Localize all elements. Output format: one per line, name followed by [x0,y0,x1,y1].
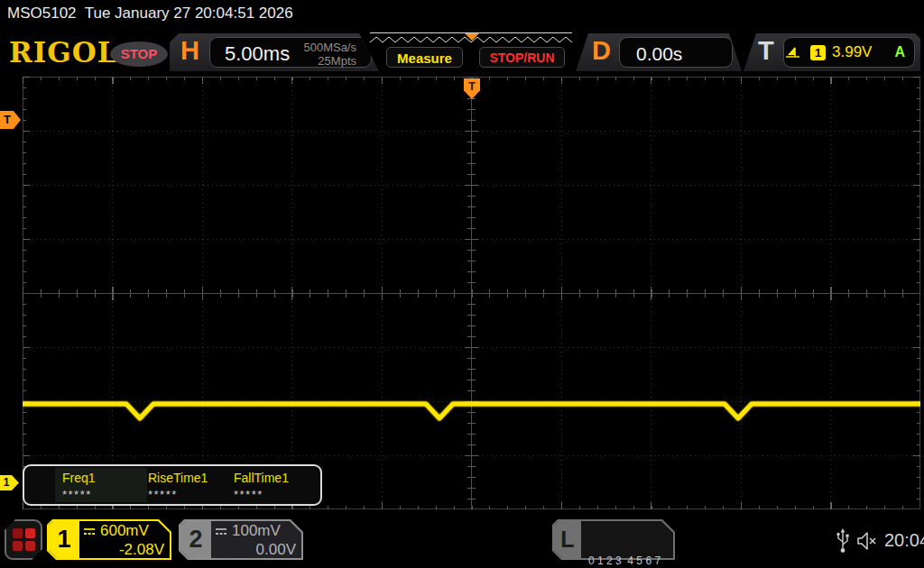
graticule[interactable] [23,77,920,509]
measurement-value: ***** [234,488,317,501]
horizontal-panel[interactable]: H 5.00ms 500MSa/s 25Mpts [170,33,379,71]
preview-trigger-marker-icon[interactable] [465,33,479,41]
channel2-scale: 100mV [232,522,281,540]
status-bar: MSO5102 Tue January 27 20:04:51 2026 [7,5,293,26]
channel2-button[interactable]: 2 100mV 0.00V [179,519,303,560]
measurement-label: FallTime1 [234,471,317,485]
falling-edge-trigger-icon [784,45,801,60]
dc-coupling-icon [215,527,227,536]
measurement-item[interactable]: Freq1 ***** [62,471,145,501]
measurement-label: Freq1 [62,471,145,485]
channel2-offset: 0.00V [215,541,296,559]
channel1-scale: 600mV [100,522,149,540]
logic-channel-list: 0 1 2 3 4 5 6 7 8 9 1011 12131415 [588,525,681,568]
channel1-waveform [23,77,920,509]
horizontal-label: H [180,36,199,66]
delay-value: 0.00s [636,43,682,65]
stop-run-button[interactable]: STOP/RUN [479,47,565,68]
logic-channels-button[interactable]: L 0 1 2 3 4 5 6 7 8 9 1011 12131415 [552,519,675,560]
speaker-muted-icon[interactable] [855,531,879,551]
channel1-position-marker[interactable]: 1 [0,475,19,490]
measurement-label: RiseTime1 [148,471,231,485]
logic-label: L [554,521,581,558]
channel1-offset: -2.08V [83,541,164,559]
measurement-popup[interactable]: Freq1 ***** RiseTime1 ***** FallTime1 **… [23,464,322,506]
delay-panel[interactable]: D 0.00s [576,33,742,71]
memory-depth: 25Mpts [303,54,356,68]
grid-menu-icon [13,528,35,551]
measurement-item[interactable]: FallTime1 ***** [234,471,317,501]
trigger-level-marker[interactable]: T [0,111,21,129]
dc-coupling-icon [83,527,96,536]
channel2-number: 2 [180,521,211,558]
trigger-source-badge: 1 [810,45,826,60]
timebase-value: 5.00ms [225,42,290,66]
clock: 20:04 [884,530,924,551]
run-state-badge: STOP [110,41,168,67]
measurement-item[interactable]: RiseTime1 ***** [148,471,231,501]
sample-rate: 500MSa/s [303,41,356,54]
delay-valuebox[interactable]: 0.00s [619,37,733,68]
usb-icon [836,528,850,554]
sample-rate-info: 500MSa/s 25Mpts [303,41,356,68]
datetime: Tue January 27 20:04:51 2026 [85,5,293,22]
measurement-value: ***** [148,488,231,501]
measure-button[interactable]: Measure [386,47,463,68]
measurement-value: ***** [62,488,145,501]
trigger-label: T [758,36,774,66]
model-name: MSO5102 [7,5,77,22]
delay-label: D [592,36,611,66]
trigger-level-value: 3.99V [832,43,872,61]
trigger-panel[interactable]: T 1 3.99V A [744,33,920,71]
logic-row1: 0 1 2 3 4 5 6 7 [588,554,681,568]
channel1-number: 1 [49,521,79,558]
channel1-button[interactable]: 1 600mV -2.08V [47,519,171,560]
rigol-logo: RIGOL [9,36,118,69]
oscilloscope-screen: MSO5102 Tue January 27 20:04:51 2026 RIG… [0,0,924,568]
horizontal-valuebox[interactable]: 5.00ms 500MSa/s 25Mpts [209,37,372,68]
trigger-sweep-mode: A [894,44,905,60]
trigger-valuebox[interactable]: 1 3.99V A [783,37,915,68]
main-menu-button[interactable] [5,519,42,560]
